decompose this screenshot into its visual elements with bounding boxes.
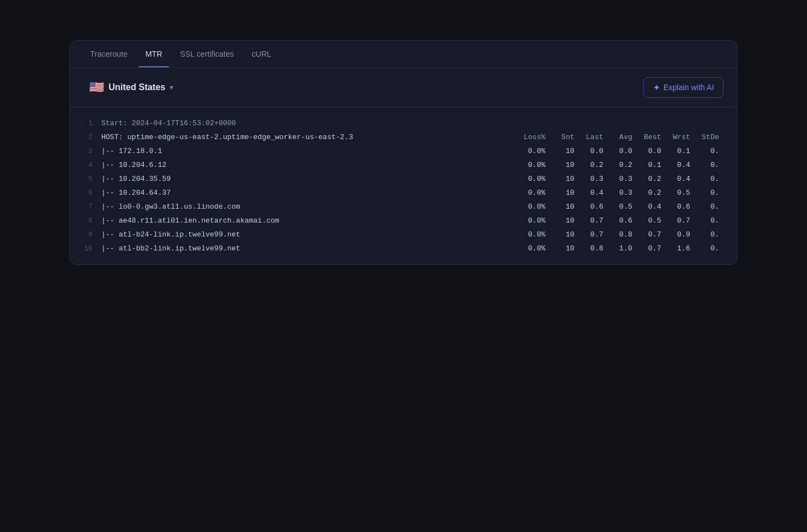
row-host: |-- 10.204.64.37: [101, 189, 521, 197]
tab-traceroute[interactable]: Traceroute: [83, 41, 134, 67]
main-panel: Traceroute MTR SSL certificates cURL 🇺🇸 …: [70, 40, 737, 265]
host-line-text: HOST: uptime-edge-us-east-2.uptime-edge_…: [101, 133, 521, 141]
row-host: |-- 10.204.6.12: [101, 161, 521, 169]
tab-ssl[interactable]: SSL certificates: [174, 41, 241, 67]
tabs-bar: Traceroute MTR SSL certificates cURL: [70, 41, 737, 68]
table-row: 7 |-- lo0-0.gw3.atl1.us.linode.com 0.0% …: [70, 200, 737, 214]
table-row: 10 |-- atl-bb2-link.ip.twelve99.net 0.0%…: [70, 242, 737, 255]
row-host: |-- atl-bb2-link.ip.twelve99.net: [101, 244, 521, 253]
table-row: 4 |-- 10.204.6.12 0.0% 10 0.2 0.2 0.1 0.…: [70, 158, 737, 172]
explain-with-ai-button[interactable]: ✦ Explain with AI: [643, 77, 724, 98]
header-snt: Snt: [550, 133, 579, 141]
stats-headers: Loss% Snt Last Avg Best Wrst StDe: [521, 133, 724, 141]
table-row: 9 |-- atl-b24-link.ip.twelve99.net 0.0% …: [70, 228, 737, 242]
table-row: 6 |-- 10.204.64.37 0.0% 10 0.4 0.3 0.2 0…: [70, 186, 737, 200]
mtr-host-header-row: 2 HOST: uptime-edge-us-east-2.uptime-edg…: [70, 130, 737, 144]
header-stde: StDe: [695, 133, 724, 141]
table-row: 3 |-- 172.18.0.1 0.0% 10 0.0 0.0 0.0 0.1…: [70, 144, 737, 158]
header-best: Best: [637, 133, 666, 141]
header-last: Last: [579, 133, 608, 141]
us-flag-icon: 🇺🇸: [89, 80, 104, 95]
table-row: 8 |-- ae48.r11.atl01.ien.netarch.akamai.…: [70, 214, 737, 228]
header-avg: Avg: [608, 133, 637, 141]
table-row: 5 |-- 10.204.35.59 0.0% 10 0.3 0.3 0.2 0…: [70, 172, 737, 186]
start-line: Start: 2024-04-17T16:53:02+0000: [101, 119, 724, 127]
row-host: |-- ae48.r11.atl01.ien.netarch.akamai.co…: [101, 216, 521, 225]
header-wrst: Wrst: [666, 133, 695, 141]
tab-mtr[interactable]: MTR: [139, 41, 169, 67]
row-host: |-- 172.18.0.1: [101, 147, 521, 155]
mtr-start-row: 1 Start: 2024-04-17T16:53:02+0000: [70, 116, 737, 130]
ai-stars-icon: ✦: [653, 82, 660, 93]
location-label: United States: [109, 82, 165, 92]
row-host: |-- lo0-0.gw3.atl1.us.linode.com: [101, 203, 521, 211]
header-loss: Loss%: [521, 133, 550, 141]
row-host: |-- 10.204.35.59: [101, 175, 521, 183]
location-selector[interactable]: 🇺🇸 United States ▾: [83, 77, 179, 98]
tab-curl[interactable]: cURL: [245, 41, 278, 67]
chevron-down-icon: ▾: [170, 83, 173, 91]
toolbar: 🇺🇸 United States ▾ ✦ Explain with AI: [70, 68, 737, 107]
row-host: |-- atl-b24-link.ip.twelve99.net: [101, 230, 521, 239]
mtr-content: 1 Start: 2024-04-17T16:53:02+0000 2 HOST…: [70, 107, 737, 264]
